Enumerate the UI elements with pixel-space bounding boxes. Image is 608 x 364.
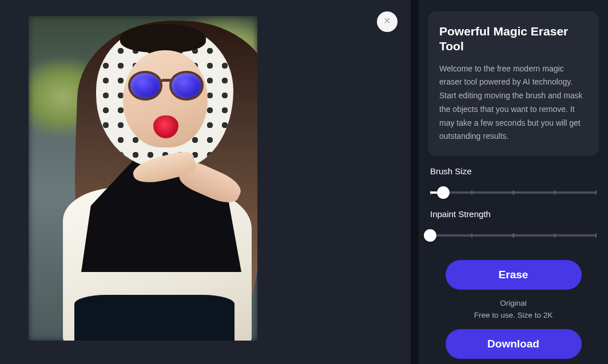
close-icon bbox=[383, 17, 391, 27]
meta-original: Original bbox=[474, 298, 553, 309]
download-button[interactable]: Download bbox=[446, 329, 582, 359]
inpaint-strength-control: Inpaint Strength bbox=[428, 209, 599, 242]
inpaint-strength-slider[interactable] bbox=[430, 229, 597, 242]
brush-slider-thumb[interactable] bbox=[437, 186, 450, 199]
download-meta: Original Free to use. Size to 2K bbox=[474, 298, 553, 321]
tool-title: Powerful Magic Eraser Tool bbox=[439, 24, 587, 54]
editor-canvas-area bbox=[0, 0, 411, 364]
tool-info-card: Powerful Magic Eraser Tool Welcome to th… bbox=[428, 11, 599, 156]
image-canvas[interactable] bbox=[29, 16, 257, 341]
inpaint-strength-label: Inpaint Strength bbox=[430, 209, 597, 219]
erase-button[interactable]: Erase bbox=[446, 260, 582, 290]
meta-usage: Free to use. Size to 2K bbox=[474, 310, 553, 321]
brush-size-slider[interactable] bbox=[430, 186, 597, 199]
inpaint-slider-thumb[interactable] bbox=[424, 229, 436, 242]
panel-divider bbox=[411, 0, 419, 364]
action-buttons: Erase Original Free to use. Size to 2K D… bbox=[428, 260, 599, 359]
close-button[interactable] bbox=[377, 11, 398, 32]
brush-size-label: Brush Size bbox=[430, 166, 597, 176]
tool-description: Welcome to the free modern magic eraser … bbox=[439, 62, 587, 144]
tool-side-panel: Powerful Magic Eraser Tool Welcome to th… bbox=[419, 0, 608, 364]
brush-size-control: Brush Size bbox=[428, 166, 599, 199]
edited-photo bbox=[29, 16, 257, 341]
